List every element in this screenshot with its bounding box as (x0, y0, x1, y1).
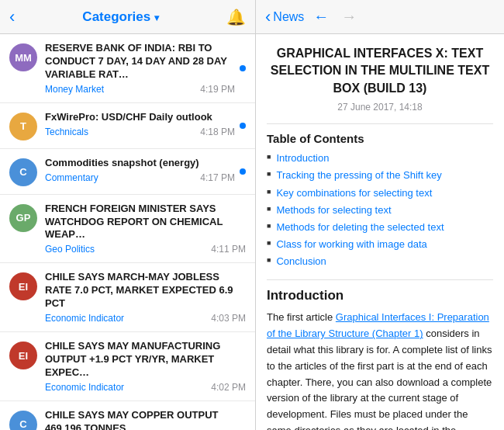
article-date: 27 June 2017, 14:18 (267, 102, 493, 113)
unread-dot (240, 65, 246, 71)
left-panel: ‹ Categories ▾ 🔔 MMRESERVE BANK OF INDIA… (0, 0, 256, 430)
toc-item: Class for working with image data (267, 238, 493, 251)
prev-article-button[interactable]: ← (310, 8, 332, 26)
news-meta: Money Market4:19 PM (45, 84, 235, 95)
categories-title: Categories ▾ (82, 9, 159, 25)
toc-item: Introduction (267, 151, 493, 165)
news-title: FxWirePro: USD/CHF Daily outlook (45, 111, 235, 124)
news-content: CHILE SAYS MARCH-MAY JOBLESS RATE 7.0 PC… (45, 271, 246, 324)
right-panel: ‹ News ← → GRAPHICAL INTERFACES X: TEXT … (256, 0, 504, 430)
news-content: FRENCH FOREIGN MINISTER SAYS WATCHDOG RE… (45, 203, 246, 255)
article-para1: The first article Graphical Interfaces I… (267, 310, 493, 430)
divider2 (267, 279, 493, 280)
news-title: Commodities snapshot (energy) (45, 157, 235, 170)
news-time: 4:17 PM (200, 172, 235, 183)
news-category: Technicals (45, 127, 88, 137)
news-item[interactable]: EICHILE SAYS MARCH-MAY JOBLESS RATE 7.0 … (0, 263, 255, 332)
news-content: CHILE SAYS MAY COPPER OUTPUT 469,196 TON… (45, 409, 246, 430)
news-item[interactable]: CCommodities snapshot (energy)Commentary… (0, 149, 255, 195)
toc-link[interactable]: Methods for selecting text (276, 203, 391, 217)
chevron-left-icon: ‹ (265, 7, 271, 27)
news-category: Economic Indicator (45, 382, 124, 393)
article-content: GRAPHICAL INTERFACES X: TEXT SELECTION I… (256, 34, 504, 430)
toc-item: Methods for deleting the selected text (267, 220, 493, 234)
news-item[interactable]: EICHILE SAYS MAY MANUFACTURING OUTPUT +1… (0, 332, 255, 401)
avatar: MM (9, 43, 37, 71)
news-content: Commodities snapshot (energy)Commentary4… (45, 157, 235, 183)
toc-link[interactable]: Conclusion (276, 255, 326, 269)
avatar: T (9, 113, 37, 140)
news-item[interactable]: GPFRENCH FOREIGN MINISTER SAYS WATCHDOG … (0, 195, 255, 264)
right-header: ‹ News ← → (256, 0, 504, 34)
next-article-button[interactable]: → (338, 8, 360, 26)
notification-icon[interactable]: 🔔 (226, 8, 246, 26)
toc-item: Key combinations for selecting text (267, 186, 493, 200)
unread-dot (240, 168, 246, 175)
toc-list: IntroductionTracking the pressing of the… (267, 151, 493, 269)
news-title: RESERVE BANK OF INDIA: RBI TO CONDUCT 7 … (45, 42, 235, 81)
news-meta: Economic Indicator4:03 PM (45, 313, 246, 324)
news-item[interactable]: TFxWirePro: USD/CHF Daily outlookTechnic… (0, 103, 255, 149)
news-category: Economic Indicator (45, 313, 124, 324)
left-header: ‹ Categories ▾ 🔔 (0, 0, 255, 34)
avatar: C (9, 411, 37, 430)
news-time: 4:11 PM (211, 244, 246, 255)
toc-item: Conclusion (267, 255, 493, 269)
toc-link[interactable]: Key combinations for selecting text (276, 186, 432, 200)
avatar: GP (9, 204, 37, 232)
news-category: Commentary (45, 172, 98, 183)
toc-title: Table of Contents (267, 132, 493, 145)
news-meta: Technicals4:18 PM (45, 127, 235, 137)
news-time: 4:03 PM (211, 313, 246, 324)
news-title: CHILE SAYS MARCH-MAY JOBLESS RATE 7.0 PC… (45, 271, 246, 310)
right-back-label[interactable]: News (273, 10, 304, 24)
intro-title: Introduction (267, 288, 493, 303)
toc-link[interactable]: Introduction (276, 151, 329, 165)
news-category: Geo Politics (45, 244, 95, 255)
avatar: EI (9, 272, 37, 300)
toc-link[interactable]: Tracking the pressing of the Shift key (276, 168, 441, 182)
news-item[interactable]: CCHILE SAYS MAY COPPER OUTPUT 469,196 TO… (0, 401, 255, 430)
news-meta: Geo Politics4:11 PM (45, 244, 246, 255)
toc-link[interactable]: Methods for deleting the selected text (276, 220, 444, 234)
toc-item: Methods for selecting text (267, 203, 493, 217)
news-item[interactable]: MMRESERVE BANK OF INDIA: RBI TO CONDUCT … (0, 34, 255, 103)
news-title: CHILE SAYS MAY MANUFACTURING OUTPUT +1.9… (45, 340, 246, 380)
back-button[interactable]: ‹ (9, 7, 15, 27)
toc-item: Tracking the pressing of the Shift key (267, 168, 493, 182)
news-category: Money Market (45, 84, 104, 95)
news-meta: Economic Indicator4:02 PM (45, 382, 246, 393)
para1-link[interactable]: Graphical Interfaces I: Preparation of t… (267, 311, 489, 339)
news-time: 4:19 PM (200, 84, 235, 95)
avatar: EI (9, 342, 37, 369)
news-title: CHILE SAYS MAY COPPER OUTPUT 469,196 TON… (45, 409, 246, 430)
divider (267, 123, 493, 124)
news-content: CHILE SAYS MAY MANUFACTURING OUTPUT +1.9… (45, 340, 246, 393)
news-list: MMRESERVE BANK OF INDIA: RBI TO CONDUCT … (0, 34, 255, 430)
avatar: C (9, 158, 37, 186)
news-meta: Commentary4:17 PM (45, 172, 235, 183)
news-time: 4:18 PM (200, 127, 235, 137)
right-back-button[interactable]: ‹ News (265, 7, 304, 27)
news-time: 4:02 PM (211, 382, 246, 393)
toc-link[interactable]: Class for working with image data (276, 238, 426, 251)
article-title: GRAPHICAL INTERFACES X: TEXT SELECTION I… (267, 45, 493, 97)
news-content: RESERVE BANK OF INDIA: RBI TO CONDUCT 7 … (45, 42, 235, 95)
news-title: FRENCH FOREIGN MINISTER SAYS WATCHDOG RE… (45, 203, 246, 242)
unread-dot (240, 123, 246, 129)
news-content: FxWirePro: USD/CHF Daily outlookTechnica… (45, 111, 235, 137)
